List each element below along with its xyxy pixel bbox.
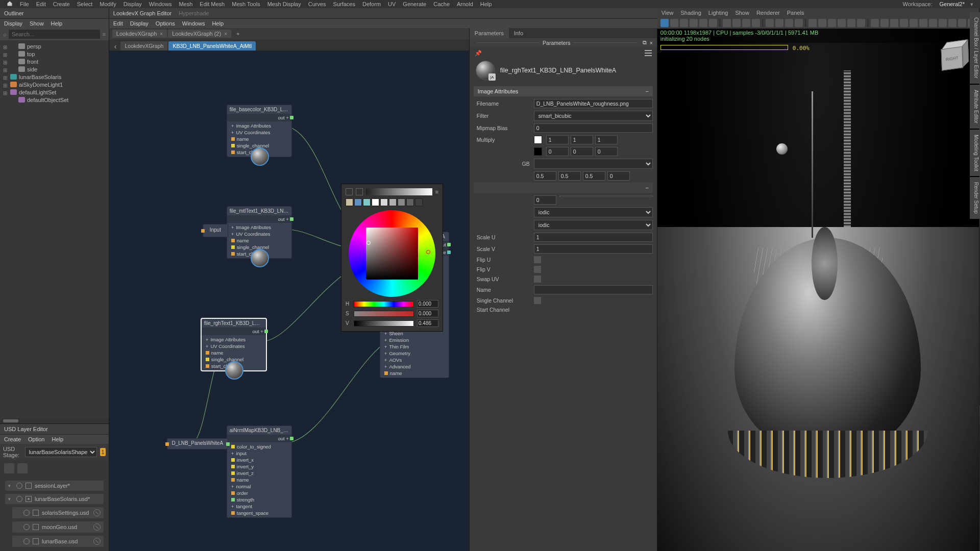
val-input[interactable] bbox=[417, 319, 438, 327]
mute-toggle[interactable] bbox=[23, 524, 30, 530]
single-check[interactable] bbox=[534, 297, 541, 304]
vp-menu-lighting[interactable]: Lighting bbox=[708, 10, 728, 16]
vp-tool-icon[interactable] bbox=[709, 19, 717, 27]
disable-icon[interactable] bbox=[93, 523, 101, 531]
node-file-roughness-selected[interactable]: file_rghText1_KB3D_LNB_PanelsWhiteA out … bbox=[201, 318, 266, 371]
tree-item-skydome[interactable]: aiSkyDomeLight1 bbox=[19, 82, 63, 88]
vp-tool-icon[interactable] bbox=[838, 19, 846, 27]
vp-tool-icon[interactable] bbox=[752, 19, 760, 27]
v3[interactable] bbox=[607, 171, 630, 181]
vp-tool-icon[interactable] bbox=[939, 19, 947, 27]
graph-menu-help[interactable]: Help bbox=[212, 20, 224, 27]
vp-tool-icon[interactable] bbox=[910, 19, 918, 27]
val-slider[interactable] bbox=[354, 320, 414, 327]
vp-menu-view[interactable]: View bbox=[662, 10, 674, 16]
tree-item-lunarbase[interactable]: lunarBaseSolaris bbox=[19, 74, 61, 80]
outliner-menu-help[interactable]: Help bbox=[51, 20, 63, 27]
off-b[interactable] bbox=[595, 147, 618, 156]
vp-tool-icon[interactable] bbox=[818, 19, 826, 27]
v2[interactable] bbox=[583, 171, 605, 181]
vp-menu-show[interactable]: Show bbox=[735, 10, 749, 16]
gradient-bar[interactable] bbox=[366, 188, 432, 195]
v1[interactable] bbox=[558, 171, 581, 181]
tree-item-front[interactable]: front bbox=[27, 59, 38, 65]
v0[interactable] bbox=[534, 171, 556, 181]
target-toggle[interactable] bbox=[33, 510, 39, 516]
slider[interactable] bbox=[559, 195, 653, 197]
layer-row[interactable]: solarisSettings.usd bbox=[12, 507, 104, 518]
vp-tool-icon[interactable] bbox=[900, 19, 908, 27]
side-tab-attr-editor[interactable]: Attribute Editor bbox=[970, 85, 980, 129]
off-r[interactable] bbox=[546, 147, 569, 156]
mult-b[interactable] bbox=[595, 135, 618, 144]
vp-tool-icon[interactable] bbox=[958, 19, 966, 27]
disable-icon[interactable] bbox=[93, 509, 101, 516]
layer-row[interactable]: lunarBase.usd bbox=[12, 536, 104, 547]
scalev-input[interactable] bbox=[534, 244, 653, 254]
vp-tool-icon[interactable] bbox=[690, 19, 698, 27]
vp-tool-icon[interactable] bbox=[775, 19, 783, 27]
node-file-mtl[interactable]: file_mtlText1_KB3D_LNB_PanelsWhiteA out … bbox=[227, 206, 292, 259]
pin-icon[interactable]: 📌 bbox=[475, 50, 482, 57]
subtab-active[interactable]: KB3D_LNB_PanelsWhiteA_AiMtl bbox=[168, 41, 256, 51]
node-normal-map[interactable]: aiNrmlMapKB3D_LNB_PanelsWhiteA out + col… bbox=[227, 425, 292, 518]
vp-tool-icon[interactable] bbox=[871, 19, 879, 27]
wrap-select2[interactable]: iodic bbox=[534, 220, 653, 230]
viewport-canvas[interactable]: 00:00:00 1198x1987 | CPU | samples -3/0/… bbox=[657, 29, 979, 551]
menu-modify[interactable]: Modify bbox=[96, 1, 119, 7]
menu-surfaces[interactable]: Surfaces bbox=[330, 1, 359, 7]
graph-tab[interactable]: LookdevXGraph× bbox=[112, 30, 167, 38]
menu-create[interactable]: Create bbox=[50, 1, 74, 7]
subtab[interactable]: LookdevXGraph bbox=[120, 41, 167, 51]
tree-item-persp[interactable]: persp bbox=[27, 43, 41, 49]
chevron-down-icon[interactable]: ▾ bbox=[8, 496, 13, 502]
menu-mesh-tools[interactable]: Mesh Tools bbox=[228, 1, 263, 7]
vp-tool-icon[interactable] bbox=[929, 19, 937, 27]
vp-tool-icon[interactable] bbox=[857, 19, 865, 27]
filter-icon[interactable]: ≡ bbox=[102, 31, 105, 37]
mute-toggle[interactable] bbox=[23, 538, 30, 544]
vp-tool-icon[interactable] bbox=[847, 19, 855, 27]
filename-input[interactable] bbox=[534, 99, 653, 108]
vp-tool-icon[interactable] bbox=[948, 19, 957, 27]
hue-input[interactable] bbox=[417, 300, 438, 308]
eyedropper-icon[interactable] bbox=[346, 188, 353, 195]
vp-menu-renderer[interactable]: Renderer bbox=[756, 10, 780, 16]
color-swatches[interactable] bbox=[346, 198, 438, 206]
vp-tool-icon[interactable] bbox=[795, 19, 803, 27]
swapuv-check[interactable] bbox=[534, 276, 541, 283]
menu-mesh[interactable]: Mesh bbox=[175, 1, 196, 7]
tree-item-top[interactable]: top bbox=[27, 51, 35, 57]
usd-add-layer-icon[interactable] bbox=[4, 463, 14, 473]
usd-menu-create[interactable]: Create bbox=[4, 436, 21, 442]
vp-tool-icon[interactable] bbox=[699, 19, 707, 27]
wrap-select[interactable]: iodic bbox=[534, 207, 653, 217]
workspace-dropdown[interactable]: General2* bbox=[936, 1, 968, 7]
color-wheel[interactable] bbox=[349, 210, 435, 297]
side-tab-modeling[interactable]: Modeling Toolkit bbox=[970, 130, 980, 177]
colorspace-select[interactable] bbox=[534, 159, 653, 169]
vp-tool-icon[interactable] bbox=[808, 19, 817, 27]
target-toggle[interactable] bbox=[33, 524, 39, 530]
mute-toggle[interactable] bbox=[16, 483, 22, 489]
scrollbar-horizontal[interactable] bbox=[3, 419, 18, 422]
workspace-chevron-icon[interactable]: ▾ bbox=[968, 1, 977, 8]
outliner-search-input[interactable] bbox=[9, 30, 100, 39]
menu-edit[interactable]: Edit bbox=[33, 1, 50, 7]
layer-row[interactable]: ▾lunarBaseSolaris.usd* bbox=[5, 494, 104, 504]
graph-menu-edit[interactable]: Edit bbox=[113, 20, 123, 27]
usd-menu-option[interactable]: Option bbox=[28, 436, 44, 442]
menu-cache[interactable]: Cache bbox=[430, 1, 453, 7]
viewport-toolbar[interactable] bbox=[657, 17, 979, 29]
vp-tool-icon[interactable] bbox=[732, 19, 741, 27]
scaleu-input[interactable] bbox=[534, 233, 653, 242]
vp-tool-icon[interactable] bbox=[880, 19, 889, 27]
side-tab-render-setup[interactable]: Render Setup bbox=[970, 177, 980, 219]
vp-tool-icon[interactable] bbox=[670, 19, 678, 27]
menu-icon[interactable] bbox=[645, 50, 652, 56]
layer-row[interactable]: ▾sessionLayer* bbox=[5, 481, 104, 491]
menu-arnold[interactable]: Arnold bbox=[453, 1, 477, 7]
graph-tab[interactable]: LookdevXGraph (2)× bbox=[168, 30, 231, 38]
home-icon[interactable] bbox=[3, 1, 16, 8]
popout-icon[interactable]: ⧉ bbox=[643, 39, 647, 46]
